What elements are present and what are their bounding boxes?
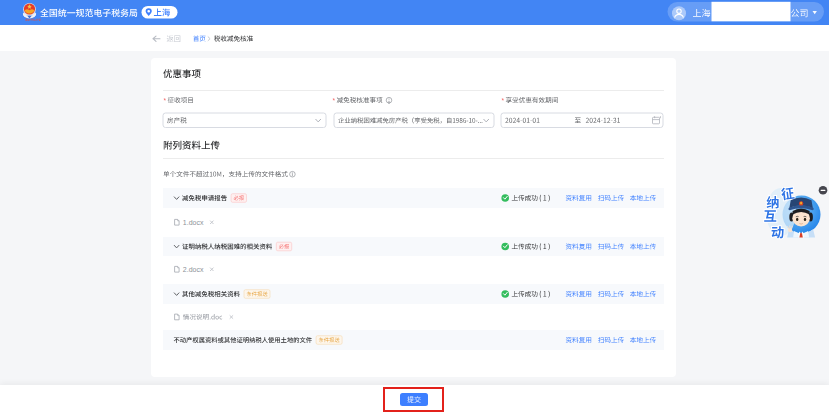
svg-text:1.docx: 1.docx: [183, 219, 204, 226]
svg-text:2.docx: 2.docx: [183, 266, 204, 273]
